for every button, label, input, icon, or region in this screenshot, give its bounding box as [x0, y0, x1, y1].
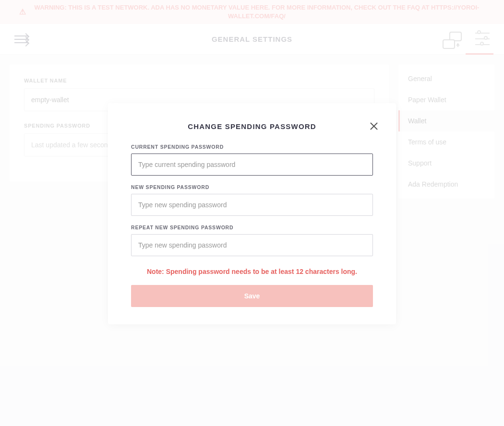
new-password-label: NEW SPENDING PASSWORD	[131, 184, 373, 190]
new-password-input[interactable]	[131, 194, 373, 216]
save-button[interactable]: Save	[131, 285, 373, 307]
current-password-group: CURRENT SPENDING PASSWORD	[131, 144, 373, 176]
repeat-password-label: REPEAT NEW SPENDING PASSWORD	[131, 225, 373, 230]
password-length-note: Note: Spending password needs to be at l…	[131, 268, 373, 275]
modal-title: CHANGE SPENDING PASSWORD	[131, 122, 373, 130]
repeat-password-input[interactable]	[131, 234, 373, 256]
current-password-input[interactable]	[131, 154, 373, 176]
new-password-group: NEW SPENDING PASSWORD	[131, 184, 373, 216]
modal-overlay[interactable]: CHANGE SPENDING PASSWORD CURRENT SPENDIN…	[0, 0, 504, 426]
repeat-password-group: REPEAT NEW SPENDING PASSWORD	[131, 225, 373, 256]
close-icon[interactable]	[369, 121, 379, 131]
change-password-modal: CHANGE SPENDING PASSWORD CURRENT SPENDIN…	[108, 103, 396, 324]
current-password-label: CURRENT SPENDING PASSWORD	[131, 144, 373, 150]
